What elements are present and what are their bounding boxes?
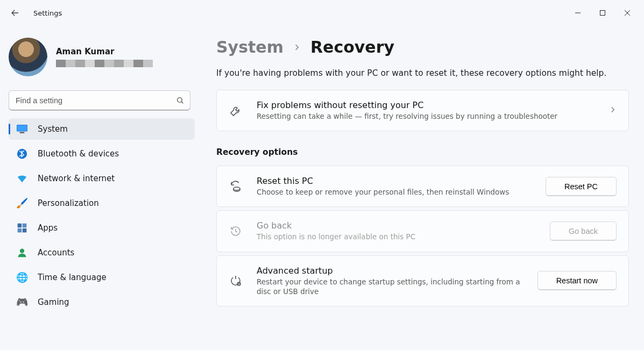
back-button[interactable] [5,3,25,23]
fix-problems-card[interactable]: Fix problems without resetting your PC R… [216,90,629,131]
close-icon [624,10,631,16]
sidebar-item-label: Bluetooth & devices [38,149,119,159]
svg-point-11 [233,187,240,190]
svg-rect-9 [23,228,27,233]
sidebar-item-apps[interactable]: Apps [9,217,195,239]
sidebar-item-label: Gaming [38,297,69,307]
sidebar-item-personalization[interactable]: 🖌️ Personalization [9,192,195,214]
svg-point-5 [17,149,27,159]
sidebar-item-label: Personalization [38,198,99,208]
restart-now-button[interactable]: Restart now [537,271,617,290]
bluetooth-icon [16,148,28,160]
card-subtitle: Restart your device to change startup se… [257,277,523,296]
sidebar-item-label: System [38,124,68,134]
svg-rect-6 [18,224,22,228]
sidebar-item-label: Accounts [38,248,74,258]
minimize-button[interactable] [565,4,590,22]
go-back-button: Go back [550,222,617,241]
sidebar-item-label: Network & internet [38,174,115,183]
maximize-button[interactable] [590,4,615,22]
sidebar: Aman Kumar System Bluetooth & devices [0,26,199,350]
svg-point-1 [178,98,182,103]
apps-icon [16,222,28,234]
app-title: Settings [33,9,62,17]
breadcrumb: System Recovery [216,38,629,56]
titlebar: Settings [0,0,644,26]
breadcrumb-root[interactable]: System [216,38,284,56]
main-content: System Recovery If you're having problem… [199,26,644,350]
monitor-icon [16,123,28,135]
search-icon [176,96,185,105]
advanced-startup-icon [229,274,243,288]
reset-pc-button[interactable]: Reset PC [546,177,617,196]
history-icon [229,224,243,238]
profile-email-redacted [56,60,153,67]
page-title: Recovery [310,38,394,56]
card-subtitle: This option is no longer available on th… [257,232,536,241]
maximize-icon [599,10,606,16]
search-box[interactable] [9,90,190,111]
sidebar-item-network[interactable]: Network & internet [9,168,195,189]
card-title: Fix problems without resetting your PC [257,100,595,110]
reset-icon [229,180,243,194]
profile[interactable]: Aman Kumar [9,35,195,85]
sidebar-item-label: Time & language [38,273,107,282]
profile-name: Aman Kumar [56,47,153,56]
svg-rect-8 [18,228,22,233]
chevron-right-icon [609,105,617,116]
card-subtitle: Resetting can take a while — first, try … [257,111,595,121]
intro-text: If you're having problems with your PC o… [216,68,629,78]
sidebar-nav: System Bluetooth & devices Network & int… [9,118,195,313]
svg-rect-4 [20,132,25,133]
gamepad-icon: 🎮 [16,296,28,308]
wrench-icon [229,104,243,118]
search-input[interactable] [16,96,176,105]
sidebar-item-accounts[interactable]: Accounts [9,242,195,263]
person-icon [16,247,28,259]
section-heading: Recovery options [216,147,629,157]
svg-rect-0 [600,11,605,16]
reset-pc-card: Reset this PC Choose to keep or remove y… [216,166,629,207]
sidebar-item-label: Apps [38,223,58,233]
sidebar-item-gaming[interactable]: 🎮 Gaming [9,291,195,313]
advanced-startup-card: Advanced startup Restart your device to … [216,255,629,306]
brush-icon: 🖌️ [16,197,28,209]
svg-rect-7 [23,224,27,228]
globe-clock-icon: 🌐 [16,272,28,283]
minimize-icon [575,10,581,16]
chevron-right-icon [293,41,301,54]
avatar [9,38,47,76]
sidebar-item-time-language[interactable]: 🌐 Time & language [9,267,195,288]
go-back-card: Go back This option is no longer availab… [216,210,629,252]
sidebar-item-system[interactable]: System [9,118,195,140]
card-title: Advanced startup [257,266,523,276]
sidebar-item-bluetooth[interactable]: Bluetooth & devices [9,143,195,165]
card-title: Reset this PC [257,176,532,186]
svg-point-10 [20,249,24,253]
arrow-left-icon [10,8,20,18]
wifi-icon [16,173,28,184]
svg-rect-3 [17,125,27,131]
window-controls [565,4,640,22]
card-subtitle: Choose to keep or remove your personal f… [257,187,532,197]
close-button[interactable] [615,4,640,22]
card-title: Go back [257,220,536,231]
